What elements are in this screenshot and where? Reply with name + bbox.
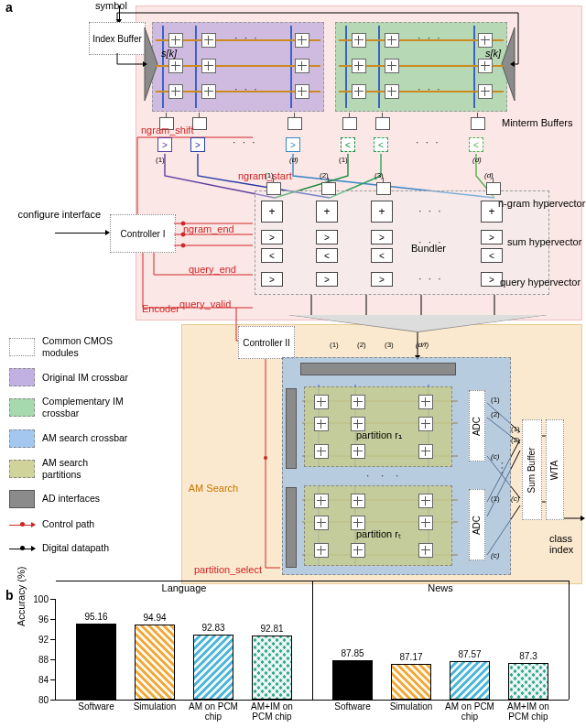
controller-1: Controller I (110, 214, 176, 253)
bar (135, 625, 175, 700)
panel-b-label: b (5, 588, 14, 603)
idx-1a: (1) (156, 156, 165, 164)
bar (391, 664, 431, 700)
ngram-hv-label: n-gram hypervector (498, 198, 585, 209)
symbol-arrow (119, 5, 120, 20)
am-label: AM Search (188, 483, 239, 494)
configure-interface-label: configure interface (2, 209, 101, 220)
segment-label: News (312, 582, 569, 593)
index-buffer-label: Index Buffer (92, 34, 142, 44)
ad-interface-left-2 (286, 487, 297, 568)
am-partition-2: partition rₜ (304, 485, 452, 566)
legend-cmos: Common CMOS modules (42, 335, 128, 359)
bar-value: 92.81 (252, 624, 292, 634)
controller-2-label: Controller II (243, 338, 290, 348)
sk-left: s[k] (161, 48, 177, 59)
bar (332, 660, 373, 700)
bar (252, 636, 292, 700)
bundler-label: Bundler (411, 243, 446, 254)
class-index-label: class index (549, 533, 586, 555)
encoder-label: Encoder (142, 303, 179, 314)
legend-orig-im: Original IM crossbar (42, 372, 128, 384)
ad-interface-left-1 (286, 388, 297, 469)
bar (450, 661, 490, 700)
ytick-label: 84 (30, 675, 49, 685)
index-buffer: Index Buffer (89, 22, 146, 55)
x-category: AM+IM on PCM chip (244, 701, 299, 722)
x-category: AM+IM on PCM chip (501, 701, 556, 722)
bar-value: 87.85 (332, 648, 373, 658)
sum-hv-label: sum hypervector (507, 236, 581, 247)
y-axis-label: Accuracy (%) (16, 567, 27, 626)
sig-query-end: query_end (189, 264, 236, 275)
segment-label: Language (56, 582, 312, 593)
panel-b: b Accuracy (%) 8084889296100LanguageNews… (0, 588, 586, 725)
ytick-label: 88 (30, 655, 49, 665)
sig-ngram-shift: ngram_shift (141, 125, 193, 136)
minterm-buffers (152, 117, 538, 134)
x-category: Software (325, 701, 380, 712)
legend-data-path: Digital datapath (42, 542, 109, 554)
sk-right: s[k] (485, 48, 501, 59)
bar (508, 663, 548, 700)
minterm-label: Minterm Buffers (502, 117, 572, 128)
idx-1b: (1) (339, 156, 348, 164)
panel-a-label: a (5, 0, 13, 15)
ytick-label: 80 (30, 695, 49, 705)
adc-1: ADC (469, 390, 485, 462)
wta-block: WTA (546, 419, 564, 520)
panel-a: a Encoder AM Search symbol Index Buffer … (0, 0, 586, 588)
controller-1-label: Controller I (121, 229, 166, 239)
legend-am-part: AM search partitions (42, 457, 128, 481)
am-partition-1: partition r₁ (304, 386, 452, 467)
configure-arrow (55, 233, 106, 234)
bar-value: 94.94 (135, 613, 175, 623)
x-category: AM on PCM chip (186, 701, 241, 722)
idx-da: (d) (289, 156, 298, 164)
bar-value: 95.16 (76, 612, 116, 622)
legend-ad-if: AD interfaces (42, 493, 100, 505)
adc-2: ADC (469, 489, 485, 560)
query-triangle (289, 315, 546, 331)
x-category: Simulation (384, 701, 439, 712)
bar-value: 87.17 (391, 652, 431, 662)
x-category: Simulation (127, 701, 182, 712)
symbol-label: symbol (95, 0, 127, 11)
legend-ctrl-path: Control path (42, 518, 94, 530)
query-hv-label: query hypervector (500, 277, 581, 288)
bar-value: 87.57 (450, 649, 490, 659)
ytick-label: 96 (30, 614, 49, 625)
accuracy-chart: Accuracy (%) 8084889296100LanguageNews95… (55, 599, 569, 701)
bar (76, 624, 116, 700)
bar-value: 87.3 (508, 651, 548, 661)
sum-buffer: Sum Buffer (522, 419, 542, 520)
ytick-label: 100 (30, 594, 49, 604)
legend: Common CMOS modules Original IM crossbar… (9, 335, 128, 565)
sig-partition-select: partition_select (194, 564, 262, 575)
x-category: Software (69, 701, 124, 712)
sig-query-valid: query_valid (179, 299, 231, 310)
ad-interface-top (300, 363, 456, 375)
controller-2: Controller II (238, 326, 295, 359)
sig-ngram-end: ngram_end (183, 223, 234, 234)
bar-value: 92.83 (193, 623, 233, 633)
x-category: AM on PCM chip (442, 701, 497, 722)
legend-am-xbar: AM search crossbar (42, 432, 127, 444)
ytick-label: 92 (30, 635, 49, 645)
idx-db: (d) (472, 156, 482, 164)
legend-comp-im: Complementary IM crossbar (42, 396, 128, 419)
bar (193, 635, 233, 700)
shifter-row: > > > < < < · · · · · · (152, 137, 538, 156)
